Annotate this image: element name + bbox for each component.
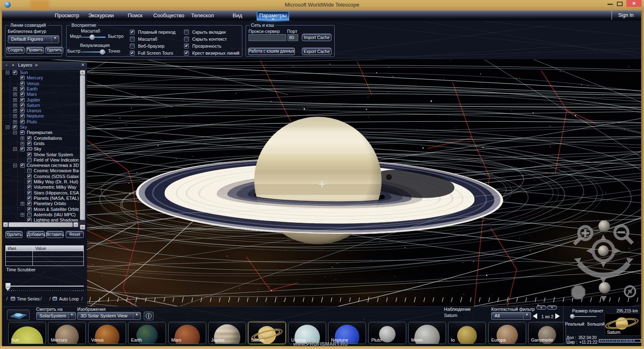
svg-text:N: N — [628, 289, 632, 295]
